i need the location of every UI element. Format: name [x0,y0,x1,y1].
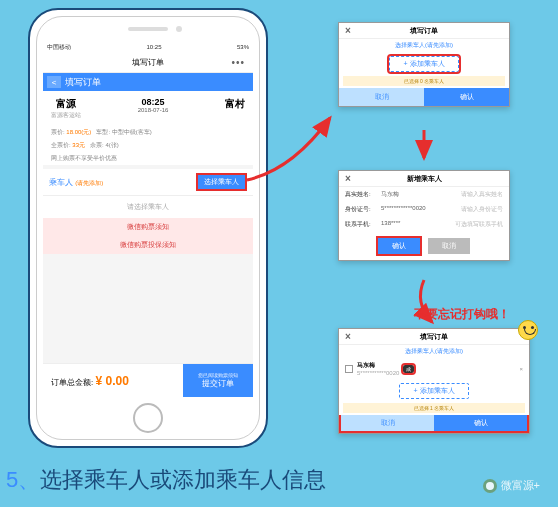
arrow-2 [414,128,434,172]
popup1-warn: 已选择 0 名乘车人 [343,76,505,86]
step-label: 选择乘车人或添加乘车人信息 [40,467,326,492]
from-sub: 富源客运站 [51,111,81,120]
add-passenger-button[interactable]: + 添加乘车人 [389,56,459,72]
select-passenger-button[interactable]: 选择乘车人 [196,173,247,191]
reminder-text: 不要忘记打钩哦！ [414,306,510,323]
smiley-icon [518,320,538,340]
phone-frame: 中国移动 10:25 53% 填写订单 ••• < 填写订单 富源 富源客运站 … [28,8,268,448]
close-icon[interactable]: × [345,331,351,342]
popup1-confirm[interactable]: 确认 [424,88,509,106]
total-price: ¥ 0.00 [95,374,128,388]
popup1-title: 填写订单 [410,26,438,36]
battery: 53% [237,44,249,50]
checkbox[interactable] [345,365,353,373]
popup3-cancel[interactable]: 取消 [341,415,434,431]
trip-info-3: 网上购票不享受半价优惠 [43,152,253,165]
speaker [128,27,168,31]
app-header: 填写订单 ••• [43,53,253,73]
page-header: < 填写订单 [43,73,253,91]
back-button[interactable]: < [47,76,61,88]
watermark-text: 微富源+ [501,478,540,493]
popup2-buttons: 确认 取消 [339,232,509,260]
popup3-footer: 取消 确认 [339,415,529,433]
home-button[interactable] [133,403,163,433]
route-time: 08:25 2018-07-16 [138,97,169,120]
submit-button[interactable]: 您已阅读购票须知 提交订单 [183,364,253,397]
row-id: 身份证号: 5************0020 请输入身份证号 [339,202,509,217]
popup-select-passenger: × 填写订单 选择乘车人(请先添加) + 添加乘车人 已选择 0 名乘车人 取消… [338,22,510,107]
input-phone[interactable]: 138**** [381,220,455,229]
delete-icon[interactable]: × [519,366,523,372]
app-title: 填写订单 [132,57,164,68]
status-time: 10:25 [146,44,161,50]
route-from: 富源 富源客运站 [51,97,81,120]
row-phone: 联系手机: 138**** 可选填写联系手机 [339,217,509,232]
page-title: 填写订单 [65,76,101,89]
total-area: 订单总金额: ¥ 0.00 [43,374,183,388]
depart-time: 08:25 [138,97,169,107]
popup3-confirm[interactable]: 确认 [434,415,527,431]
passenger-id: 5***********0020 [357,370,399,376]
from-station: 富源 [51,97,81,111]
screen: 中国移动 10:25 53% 填写订单 ••• < 填写订单 富源 富源客运站 … [43,41,253,397]
popup1-header: × 填写订单 [339,23,509,39]
popup3-title: 填写订单 [420,332,448,342]
popup-select-passenger-filled: × 填写订单 选择乘车人(请先添加) 马东梅 5***********0020 … [338,328,530,434]
notice-1[interactable]: 微信购票须知 [43,218,253,236]
input-name[interactable]: 马东梅 [381,190,461,199]
passenger-empty-hint: 请选择乘车人 [43,195,253,218]
trip-info-2: 全票价: 33元 余票: 4(张) [43,139,253,152]
status-bar: 中国移动 10:25 53% [43,41,253,53]
camera [176,26,182,32]
total-label: 订单总金额: [51,378,93,387]
passenger-bar: 乘车人 (请先添加) 选择乘车人 [43,169,253,195]
popup1-subtitle: 选择乘车人(请先添加) [339,39,509,52]
close-icon[interactable]: × [345,25,351,36]
watermark: 微富源+ [483,478,540,493]
popup-add-passenger: × 新增乘车人 真实姓名: 马东梅 请输入真实姓名 身份证号: 5*******… [338,170,510,261]
popup2-confirm[interactable]: 确认 [378,238,420,254]
popup3-warn: 已选择 1 名乘车人 [343,403,525,413]
footer-bar: 订单总金额: ¥ 0.00 您已阅读购票须知 提交订单 [43,363,253,397]
route-panel: 富源 富源客运站 08:25 2018-07-16 富村 [43,91,253,126]
phone-inner: 中国移动 10:25 53% 填写订单 ••• < 填写订单 富源 富源客运站 … [36,16,260,440]
passenger-badge[interactable]: 成 [403,365,414,373]
input-id[interactable]: 5************0020 [381,205,461,214]
passenger-hint: (请先添加) [75,180,103,186]
popup1-cancel[interactable]: 取消 [339,88,424,106]
close-icon[interactable]: × [345,173,351,184]
passenger-name: 马东梅 [357,362,375,368]
wechat-icon [483,479,497,493]
depart-date: 2018-07-16 [138,107,169,113]
popup2-cancel[interactable]: 取消 [428,238,470,254]
popup2-header: × 新增乘车人 [339,171,509,187]
to-station: 富村 [225,97,245,111]
carrier: 中国移动 [47,43,71,52]
add-passenger-button-2[interactable]: + 添加乘车人 [399,383,469,399]
arrow-3 [404,278,444,332]
submit-label: 提交订单 [202,378,234,389]
trip-info-1: 票价: 18.00(元) 车型: 中型中级(客车) [43,126,253,139]
more-icon[interactable]: ••• [231,57,245,68]
popup1-footer: 取消 确认 [339,88,509,106]
passenger-row[interactable]: 马东梅 5***********0020 成 × [339,358,529,379]
popup2-title: 新增乘车人 [407,174,442,184]
step-num: 5、 [6,467,40,492]
route-to: 富村 [225,97,245,120]
popup3-header: × 填写订单 [339,329,529,345]
popup3-subtitle: 选择乘车人(请先添加) [339,345,529,358]
submit-tip: 您已阅读购票须知 [198,372,238,378]
row-name: 真实姓名: 马东梅 请输入真实姓名 [339,187,509,202]
step-caption: 5、选择乘车人或添加乘车人信息 [6,465,326,495]
passenger-label: 乘车人 [49,178,73,187]
notice-2[interactable]: 微信购票投保须知 [43,236,253,254]
